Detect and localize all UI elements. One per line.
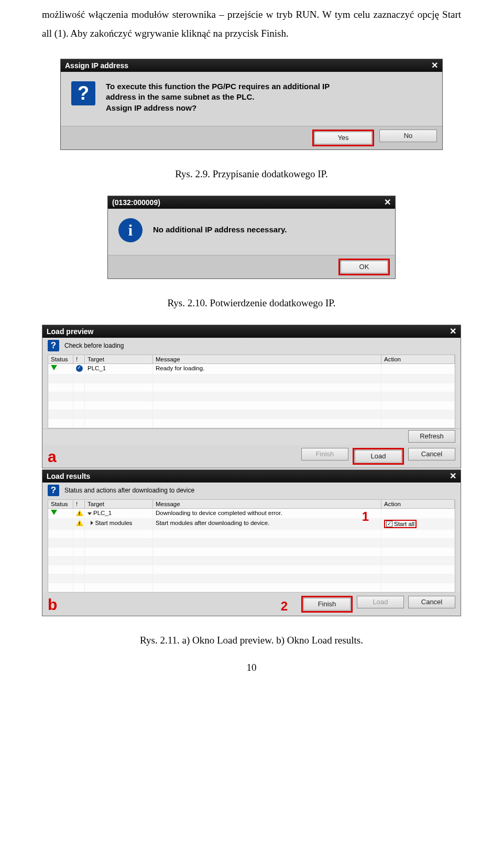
assign-ip-dialog: Assign IP address ✕ ? To execute this fu… — [60, 59, 443, 150]
target-cell: PLC_1 — [85, 364, 153, 374]
finish-button[interactable]: Finish — [301, 448, 348, 460]
col-target: Target — [85, 355, 153, 364]
label-b: b — [48, 596, 57, 614]
refresh-button[interactable]: Refresh — [408, 430, 455, 443]
figure-caption: Rys. 2.10. Potwierdzenie dodatkowego IP. — [42, 297, 461, 309]
check-cell — [73, 364, 85, 374]
subtitle: Check before loading — [64, 342, 124, 349]
start-all-checkbox[interactable]: ✓ — [386, 521, 392, 527]
close-icon[interactable]: ✕ — [431, 61, 438, 70]
col-status: Status — [48, 355, 73, 364]
question-icon: ? — [48, 340, 59, 351]
action-cell — [381, 364, 455, 374]
label-a: a — [48, 448, 57, 466]
yes-highlight: Yes — [312, 130, 374, 146]
page-number: 10 — [42, 662, 461, 673]
dialog-titlebar: (0132:000009) ✕ — [108, 196, 395, 209]
check-icon — [76, 365, 83, 372]
dialog-message: To execute this function the PG/PC requi… — [106, 81, 330, 113]
label-1: 1 — [362, 509, 369, 524]
load-button[interactable]: Load — [355, 450, 402, 463]
ok-button[interactable]: OK — [341, 261, 388, 273]
load-preview-dialog: Load preview ✕ ? Check before loading St… — [42, 325, 461, 468]
status-cell — [48, 509, 73, 519]
preview-table: Status ! Target Message Action PLC_1 Rea… — [48, 355, 455, 428]
download-arrow-icon — [51, 365, 57, 370]
dialog-titlebar: Load preview ✕ — [42, 325, 461, 338]
figure-caption: Rys. 2.9. Przypisanie dodatkowego IP. — [42, 168, 461, 180]
message-cell: Downloading to device completed without … — [153, 509, 381, 519]
warning-icon — [76, 510, 83, 516]
ok-highlight: OK — [338, 259, 390, 275]
info-icon: i — [118, 218, 143, 242]
close-icon[interactable]: ✕ — [450, 327, 456, 336]
msg-line: To execute this function the PG/PC requi… — [106, 81, 330, 92]
finish-button[interactable]: Finish — [303, 598, 351, 610]
col-message: Message — [153, 355, 381, 364]
no-button[interactable]: No — [379, 130, 437, 142]
dialog-message: No additional IP address necessary. — [153, 218, 287, 235]
warning-icon — [76, 520, 83, 526]
figure-caption: Rys. 2.11. a) Okno Load preview. b) Okno… — [42, 635, 461, 646]
start-all-label: Start all — [394, 521, 414, 527]
download-arrow-icon — [51, 510, 57, 515]
load-results-dialog: Load results ✕ ? Status and actions afte… — [42, 469, 461, 616]
col-status: Status — [48, 500, 73, 509]
col-target: Target — [85, 500, 153, 509]
cancel-button[interactable]: Cancel — [408, 596, 455, 608]
expand-icon[interactable] — [88, 512, 92, 515]
col-message: Message — [153, 500, 381, 509]
dialog-title: Load results — [47, 472, 90, 480]
load-highlight: Load — [353, 448, 404, 465]
collapse-icon[interactable] — [91, 521, 93, 525]
subtitle: Status and actions after downloading to … — [64, 487, 194, 494]
action-cell — [381, 509, 455, 519]
status-cell — [48, 364, 73, 374]
dialog-titlebar: Load results ✕ — [42, 470, 461, 483]
msg-line: address in the same subnet as the PLC. — [106, 92, 330, 102]
msg-line: Assign IP address now? — [106, 103, 330, 113]
close-icon[interactable]: ✕ — [384, 198, 391, 207]
finish-highlight: Finish — [301, 596, 353, 613]
col-excl: ! — [73, 355, 85, 364]
warn-cell — [73, 519, 85, 530]
warn-cell — [73, 509, 85, 519]
target-cell: PLC_1 — [85, 509, 153, 519]
col-action: Action — [381, 500, 455, 509]
target-text: PLC_1 — [93, 510, 112, 516]
dialog-title: Assign IP address — [65, 61, 128, 70]
results-table: Status ! Target Message Action PLC_1 Dow… — [48, 499, 455, 593]
dialog-title: (0132:000009) — [112, 198, 160, 207]
dialog-title: Load preview — [47, 327, 93, 336]
message-cell: Start modules after downloading to devic… — [153, 519, 381, 530]
col-excl: ! — [73, 500, 85, 509]
label-2: 2 — [281, 599, 288, 614]
yes-button[interactable]: Yes — [314, 132, 372, 144]
target-cell: Start modules — [85, 519, 153, 530]
close-icon[interactable]: ✕ — [450, 472, 456, 480]
target-text: Start modules — [95, 520, 132, 526]
cancel-button[interactable]: Cancel — [408, 448, 455, 460]
action-cell[interactable]: ✓ Start all — [381, 519, 455, 530]
question-icon: ? — [48, 485, 59, 496]
col-action: Action — [381, 355, 455, 364]
question-icon: ? — [71, 81, 95, 105]
load-button[interactable]: Load — [357, 596, 404, 608]
message-cell: Ready for loading. — [153, 364, 381, 374]
intro-paragraph: możliwość włączenia modułów sterownika –… — [42, 5, 461, 43]
dialog-titlebar: Assign IP address ✕ — [61, 59, 442, 72]
info-dialog: (0132:000009) ✕ i No additional IP addre… — [107, 196, 396, 279]
